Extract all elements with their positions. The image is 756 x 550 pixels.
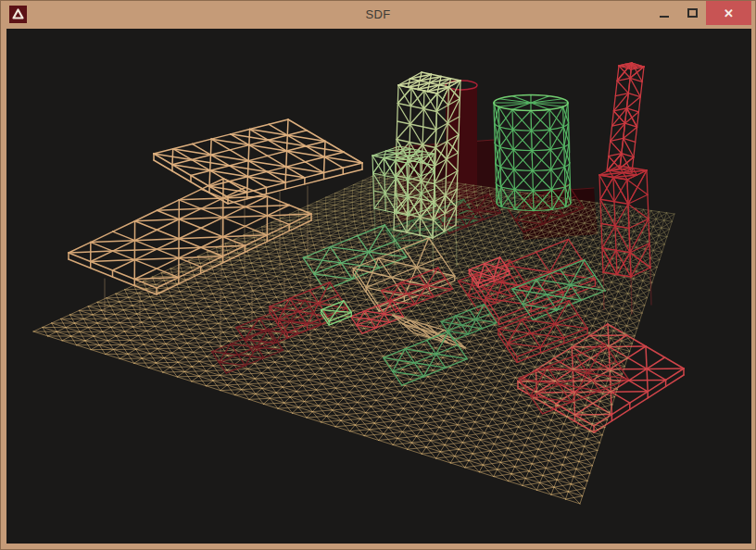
window-controls: ✕ [650, 1, 751, 25]
3d-viewport[interactable] [6, 29, 751, 544]
minimize-icon [660, 16, 669, 18]
close-icon: ✕ [724, 6, 734, 20]
maximize-icon [687, 8, 698, 18]
client-area [6, 29, 750, 542]
maximize-button[interactable] [678, 1, 706, 25]
window-title: SDF [1, 1, 755, 28]
minimize-button[interactable] [650, 1, 678, 25]
titlebar[interactable]: SDF ✕ [1, 1, 755, 29]
app-window: SDF ✕ [0, 0, 756, 550]
close-button[interactable]: ✕ [706, 1, 751, 25]
